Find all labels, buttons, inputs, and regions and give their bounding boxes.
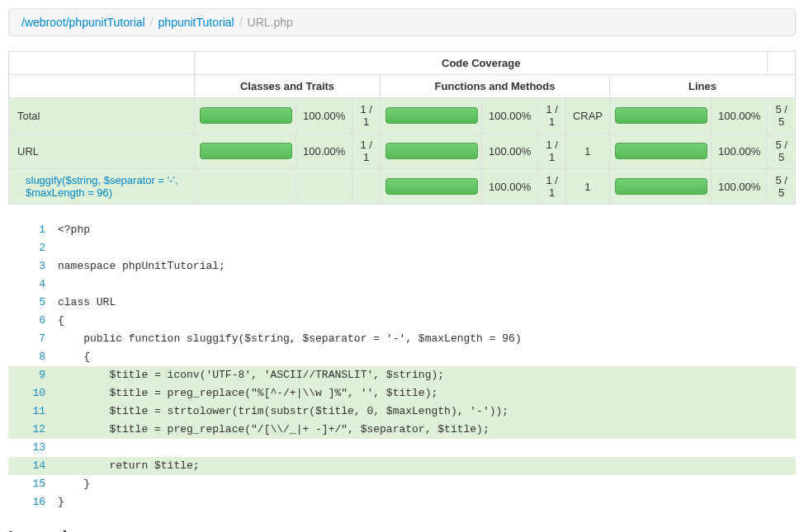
code-line: 8 {: [8, 348, 796, 366]
progress-bar: [385, 143, 478, 159]
line-code: return $title;: [58, 457, 796, 475]
table-row: sluggify($string, $separator = '-', $max…: [9, 169, 796, 205]
line-number: 16: [8, 493, 58, 511]
classes-ratio: 1 / 1: [352, 98, 381, 134]
progress-bar: [200, 107, 292, 124]
progress-bar: [615, 143, 707, 159]
main-header: Code Coverage: [195, 52, 768, 75]
classes-percent: [296, 169, 352, 205]
code-line: 5class URL: [8, 294, 796, 312]
code-line: 13: [8, 439, 796, 457]
table-row: URL100.00%1 / 1100.00%1 / 11100.00%5 / 5: [9, 134, 796, 169]
progress-bar-cell: [195, 98, 296, 134]
crap-value: CRAP: [565, 98, 609, 134]
classes-ratio: 1 / 1: [352, 134, 381, 169]
line-code: [58, 275, 796, 294]
line-number: 13: [8, 439, 58, 457]
row-name: sluggify($string, $separator = '-', $max…: [9, 169, 195, 205]
legend-title: Legend: [8, 528, 796, 532]
code-line: 7 public function sluggify($string, $sep…: [8, 330, 796, 348]
line-number: 3: [8, 257, 58, 275]
line-code: public function sluggify($string, $separ…: [58, 330, 796, 348]
breadcrumb-link[interactable]: phpunitTutorial: [158, 16, 234, 29]
functions-percent: 100.00%: [481, 169, 537, 205]
progress-bar-cell: [380, 98, 481, 134]
line-code: }: [58, 493, 796, 511]
progress-bar-cell: [195, 134, 296, 169]
blank-header: [9, 75, 195, 98]
lines-percent: 100.00%: [712, 169, 768, 205]
code-line: 4: [8, 275, 796, 294]
line-number: 1: [8, 221, 58, 239]
lines-ratio: 5 / 5: [768, 98, 796, 134]
line-number: 14: [8, 457, 58, 475]
lines-percent: 100.00%: [712, 134, 768, 169]
col-classes: Classes and Traits: [195, 75, 381, 98]
functions-ratio: 1 / 1: [538, 98, 566, 134]
progress-bar-cell: [380, 169, 481, 205]
line-code: namespace phpUnitTutorial;: [58, 257, 796, 275]
line-number: 8: [8, 348, 58, 366]
line-code: [58, 439, 796, 457]
line-number: 2: [8, 239, 58, 257]
code-line: 12 $title = preg_replace("/[\\/_|+ -]+/"…: [8, 421, 796, 439]
functions-percent: 100.00%: [481, 98, 537, 134]
line-code: class URL: [58, 294, 796, 312]
code-line: 11 $title = strtolower(trim(substr($titl…: [8, 403, 796, 421]
progress-bar: [385, 178, 478, 195]
line-code: $title = preg_replace("/[\\/_|+ -]+/", $…: [58, 421, 796, 439]
line-number: 10: [8, 384, 58, 403]
source-code: 1<?php23namespace phpUnitTutorial;45clas…: [8, 221, 796, 511]
progress-bar: [615, 107, 707, 124]
line-code: <?php: [58, 221, 796, 239]
line-code: {: [58, 312, 796, 330]
classes-percent: 100.00%: [296, 134, 352, 169]
function-link[interactable]: sluggify($string, $separator = '-', $max…: [26, 174, 178, 199]
code-line: 16}: [8, 493, 796, 511]
code-line: 1<?php: [8, 221, 796, 239]
line-number: 15: [8, 475, 58, 493]
coverage-table: Code Coverage Classes and Traits Functio…: [8, 51, 796, 205]
functions-percent: 100.00%: [481, 134, 537, 169]
functions-ratio: 1 / 1: [538, 169, 566, 205]
lines-ratio: 5 / 5: [768, 169, 796, 205]
progress-bar-cell: [610, 134, 712, 169]
progress-bar-cell: [380, 134, 481, 169]
code-line: 9 $title = iconv('UTF-8', 'ASCII//TRANSL…: [8, 366, 796, 384]
progress-bar-cell: [610, 169, 712, 205]
progress-bar: [385, 107, 478, 124]
row-name: URL: [9, 134, 195, 169]
line-code: $title = strtolower(trim(substr($title, …: [58, 403, 796, 421]
col-lines: Lines: [610, 75, 796, 98]
line-code: $title = preg_replace("%[^-/+|\\w ]%", '…: [58, 384, 796, 403]
line-number: 11: [8, 403, 58, 421]
progress-bar-cell: [195, 169, 296, 205]
breadcrumb-separator: /: [145, 16, 158, 29]
classes-percent: 100.00%: [296, 98, 352, 134]
row-name: Total: [9, 98, 195, 134]
line-number: 7: [8, 330, 58, 348]
code-line: 10 $title = preg_replace("%[^-/+|\\w ]%"…: [8, 384, 796, 403]
code-line: 2: [8, 239, 796, 257]
line-number: 12: [8, 421, 58, 439]
breadcrumb-link[interactable]: /webroot/phpunitTutorial: [21, 16, 145, 29]
line-number: 5: [8, 294, 58, 312]
progress-bar: [200, 143, 292, 159]
breadcrumb-separator: /: [234, 16, 248, 29]
lines-percent: 100.00%: [712, 98, 768, 134]
code-line: 6{: [8, 312, 796, 330]
line-code: [58, 239, 796, 257]
col-functions: Functions and Methods: [380, 75, 609, 98]
line-code: $title = iconv('UTF-8', 'ASCII//TRANSLIT…: [58, 366, 796, 384]
code-line: 14 return $title;: [8, 457, 796, 475]
progress-bar-cell: [610, 98, 712, 134]
code-line: 15 }: [8, 475, 796, 493]
lines-ratio: 5 / 5: [768, 134, 796, 169]
line-code: {: [58, 348, 796, 366]
breadcrumb-current: URL.php: [248, 16, 293, 29]
classes-ratio: [352, 169, 381, 205]
table-row: Total100.00%1 / 1100.00%1 / 1CRAP100.00%…: [9, 98, 796, 134]
code-line: 3namespace phpUnitTutorial;: [8, 257, 796, 275]
functions-ratio: 1 / 1: [538, 134, 566, 169]
crap-value: 1: [565, 169, 609, 205]
